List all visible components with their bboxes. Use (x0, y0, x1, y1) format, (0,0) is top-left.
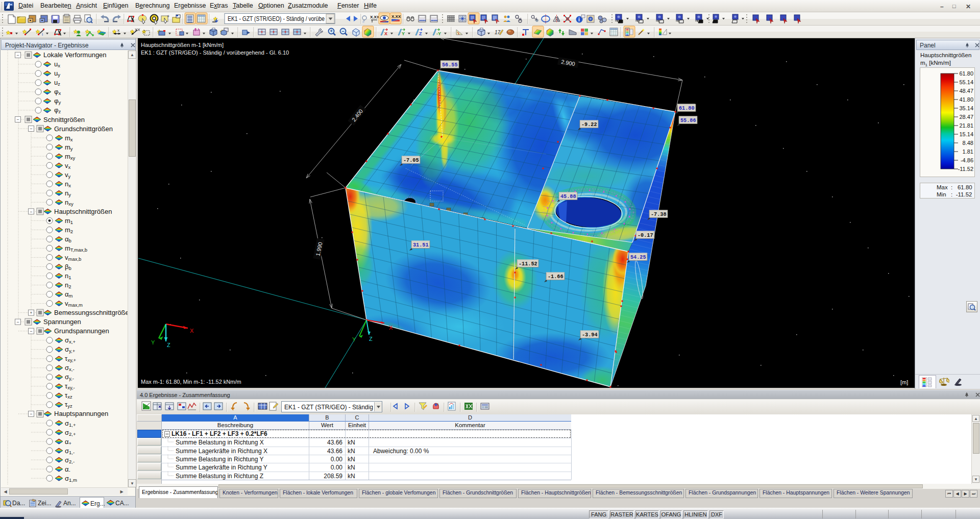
svg-text:i: i (437, 402, 438, 407)
svg-text:α-: α- (65, 465, 70, 474)
svg-text:m2: m2 (65, 226, 73, 234)
svg-text:−: − (30, 411, 32, 416)
svg-text:X: X (190, 328, 194, 334)
svg-text:15.14: 15.14 (959, 131, 973, 137)
svg-text:54.25: 54.25 (630, 255, 646, 260)
svg-text:I: I (42, 32, 43, 37)
svg-text:τxz: τxz (65, 391, 72, 400)
svg-text:X: X (384, 31, 387, 36)
svg-text:σ1,m: σ1,m (65, 475, 77, 483)
svg-text:mx: mx (65, 134, 73, 142)
svg-text:φz: φz (54, 106, 61, 114)
svg-text:+: + (167, 14, 169, 19)
svg-text:n1: n1 (65, 272, 71, 280)
svg-text:σx,-: σx,- (65, 364, 75, 372)
svg-text:σy,+: σy,+ (65, 345, 76, 354)
svg-text:Hauptspannungen: Hauptspannungen (54, 410, 108, 417)
svg-text:τxy,+: τxy,+ (65, 355, 77, 363)
svg-text:35.14: 35.14 (959, 105, 973, 111)
svg-text:my: my (65, 143, 73, 152)
svg-text:EK1 - GZT (STR/GEO) - Ständig: EK1 - GZT (STR/GEO) - Ständig / vorübe (228, 15, 325, 22)
svg-text:+: + (30, 310, 32, 315)
svg-text:Z: Z (167, 342, 170, 348)
svg-text:21.81: 21.81 (959, 122, 973, 129)
svg-text:mT,max,b: mT,max,b (65, 244, 87, 253)
svg-text:-7.38: -7.38 (651, 212, 667, 217)
svg-text:i: i (578, 17, 580, 22)
svg-text:−: − (16, 53, 19, 58)
svg-text:8.48: 8.48 (963, 140, 973, 146)
svg-text:-11.52: -11.52 (958, 166, 973, 172)
svg-text:nxy: nxy (65, 199, 74, 207)
svg-text:x: x (117, 28, 119, 33)
svg-text:φx: φx (54, 88, 61, 96)
svg-text:55.14: 55.14 (959, 79, 973, 85)
svg-text:αm: αm (65, 290, 73, 299)
svg-text:σ1,+: σ1,+ (65, 419, 76, 428)
svg-text:Z: Z (419, 31, 422, 36)
svg-text:-7.05: -7.05 (403, 158, 419, 163)
svg-text:αb: αb (65, 235, 71, 243)
svg-text:56.55: 56.55 (442, 62, 458, 68)
svg-text:X: X (389, 325, 393, 331)
svg-text:+: + (330, 29, 333, 34)
svg-text:41.80: 41.80 (959, 96, 973, 103)
svg-text:31.51: 31.51 (413, 242, 429, 248)
svg-text:-11.52: -11.52 (519, 261, 537, 267)
svg-text:X.XX: X.XX (391, 14, 401, 19)
svg-text:-Y: -Y (436, 31, 441, 36)
svg-text:Bemessungsschnittgrößen: Bemessungsschnittgrößen (54, 309, 128, 316)
svg-text:–: – (342, 29, 345, 34)
svg-text:τxy,-: τxy,- (65, 382, 75, 390)
svg-text:uy: uy (54, 69, 60, 78)
svg-text:Schnittgrößen: Schnittgrößen (43, 116, 85, 123)
svg-text:Y: Y (151, 339, 155, 345)
svg-text:Y: Y (352, 336, 356, 342)
svg-text:XX: XX (135, 28, 140, 32)
svg-text:28.47: 28.47 (959, 114, 973, 120)
svg-text:ux: ux (54, 60, 60, 68)
svg-text:-0.17: -0.17 (638, 233, 653, 238)
svg-text:48.47: 48.47 (959, 88, 973, 94)
svg-text:n2: n2 (65, 281, 71, 289)
svg-text:−: − (30, 126, 32, 131)
svg-text:Z: Z (369, 336, 373, 342)
svg-text:−: − (16, 319, 19, 325)
svg-text:-4.86: -4.86 (961, 157, 973, 163)
svg-text:uz: uz (54, 79, 60, 87)
svg-text:mxy: mxy (65, 153, 76, 161)
svg-text:45.88: 45.88 (560, 194, 576, 200)
svg-text:σ1,-: σ1,- (65, 447, 75, 455)
svg-text:τyz: τyz (65, 401, 72, 409)
svg-text:−: − (16, 117, 19, 122)
svg-text:-9.22: -9.22 (581, 122, 597, 128)
svg-text:1.81: 1.81 (963, 149, 973, 155)
svg-text:Grundschnittgrößen: Grundschnittgrößen (54, 125, 113, 133)
svg-text:EK1 : GZT (STR/GEO) - Ständig: EK1 : GZT (STR/GEO) - Ständig / vorüberg… (141, 50, 289, 56)
svg-text:Spannungen: Spannungen (43, 318, 81, 326)
svg-text:Lokale Verformungen: Lokale Verformungen (43, 51, 107, 59)
svg-text:σ2,-: σ2,- (65, 456, 75, 464)
svg-text:σy,-: σy,- (65, 373, 74, 381)
svg-text:vmax,m: vmax,m (65, 300, 83, 308)
svg-text:Hauptschnittgrößen m-1 [kNm/m]: Hauptschnittgrößen m-1 [kNm/m] (141, 42, 224, 48)
svg-text:m1: m1 (65, 217, 73, 225)
svg-text:σx,+: σx,+ (65, 336, 76, 344)
svg-text:Hauptschnittgrößen: Hauptschnittgrößen (54, 208, 112, 215)
svg-text:61.80: 61.80 (679, 106, 695, 111)
svg-text:Grundspannungen: Grundspannungen (54, 327, 109, 335)
svg-text:[m]: [m] (900, 379, 908, 385)
svg-text:vx: vx (65, 162, 71, 170)
svg-text:α+: α+ (65, 438, 72, 446)
svg-text:61.80: 61.80 (959, 70, 973, 77)
svg-text:nx: nx (65, 180, 71, 188)
svg-text:-1.66: -1.66 (548, 274, 564, 280)
svg-text:-3.94: -3.94 (582, 332, 598, 338)
svg-text:Y: Y (402, 31, 405, 36)
svg-text:φy: φy (54, 97, 61, 105)
svg-text:Max m-1: 61.80, Min m-1: -11.5: Max m-1: 61.80, Min m-1: -11.52 kNm/m (141, 379, 241, 385)
svg-text:−: − (30, 209, 32, 214)
svg-text:−: − (30, 329, 32, 334)
svg-text:vy: vy (65, 171, 71, 179)
svg-text:X.XX: X.XX (370, 15, 380, 19)
